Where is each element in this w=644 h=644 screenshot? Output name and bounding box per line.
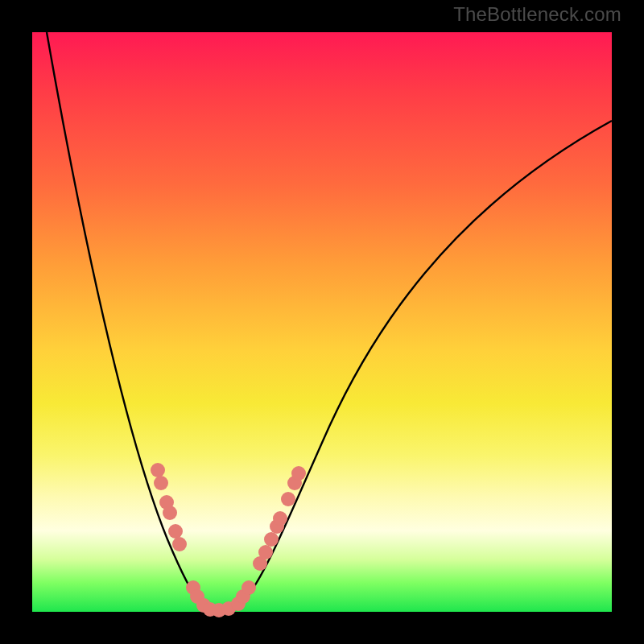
penalty-curve	[47, 32, 612, 611]
plot-area	[32, 32, 612, 612]
chart-frame: TheBottleneck.com	[0, 0, 644, 644]
marker-dot	[172, 537, 187, 551]
marker-group	[151, 463, 306, 617]
chart-svg	[32, 32, 612, 612]
marker-dot	[151, 463, 165, 477]
watermark-text: TheBottleneck.com	[453, 3, 621, 26]
marker-dot	[291, 466, 306, 481]
marker-dot	[281, 492, 295, 506]
marker-dot	[168, 524, 183, 539]
marker-dot	[264, 532, 279, 547]
marker-dot	[154, 476, 168, 490]
marker-dot	[163, 506, 177, 520]
marker-dot	[258, 545, 273, 559]
marker-dot	[242, 580, 256, 595]
marker-dot	[273, 511, 287, 526]
